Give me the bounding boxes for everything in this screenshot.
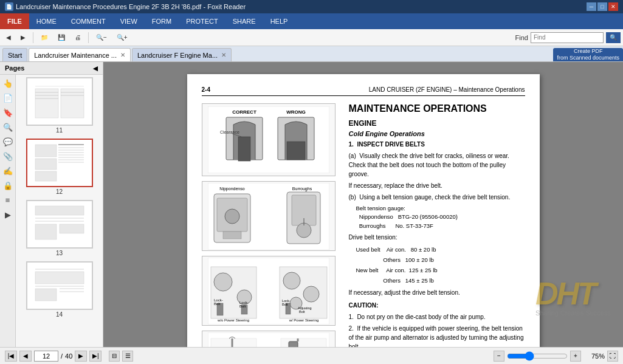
page-num-12: 12 — [18, 188, 100, 195]
svg-rect-83 — [289, 342, 298, 348]
save-button[interactable]: 💾 — [54, 33, 69, 42]
svg-rect-22 — [35, 206, 84, 215]
tab-home[interactable]: HOME — [29, 13, 64, 29]
doc-header-title: LAND CRUISER (2F ENGINE) – Maintenance O… — [369, 86, 525, 93]
svg-text:w/o Power Steering: w/o Power Steering — [216, 318, 249, 322]
find-label: Find — [515, 34, 528, 41]
svg-text:CORRECT: CORRECT — [232, 109, 256, 115]
find-input[interactable] — [531, 32, 604, 43]
tab-comment[interactable]: COMMENT — [64, 13, 113, 29]
tab-main-close[interactable]: ✕ — [120, 52, 125, 58]
tab-view[interactable]: VIEW — [113, 13, 145, 29]
zoom-in-icon[interactable]: + — [570, 351, 581, 362]
svg-text:Bolt: Bolt — [214, 302, 221, 306]
doc-page: 2-4 LAND CRUISER (2F ENGINE) – Maintenan… — [187, 74, 540, 347]
tab-form[interactable]: FORM — [145, 13, 179, 29]
page-thumb-13[interactable]: 13 — [18, 200, 100, 256]
fullscreen-icon[interactable]: ⛶ — [607, 351, 618, 362]
page-thumbnails: 11 — [16, 75, 103, 347]
nav-prev-button[interactable]: ◀ — [19, 351, 32, 362]
minimize-button[interactable]: ─ — [587, 2, 596, 11]
gauge-info: Belt tension gauge: Nippondenso BTG-20 (… — [356, 204, 525, 230]
doc-tab-main[interactable]: Landcruiser Maintenance ... ✕ — [29, 48, 131, 61]
sidebar: Pages ◀ 👆 📄 🔖 🔍 💬 📎 ✍ 🔒 ≡ ▶ — [0, 62, 103, 347]
main-area: Pages ◀ 👆 📄 🔖 🔍 💬 📎 ✍ 🔒 ≡ ▶ — [0, 62, 623, 347]
svg-rect-31 — [35, 289, 57, 301]
page-num-11: 11 — [18, 127, 100, 134]
zoom-out-icon[interactable]: − — [494, 351, 504, 362]
section1-item-b: (b) Using a belt tension gauge, check th… — [349, 193, 525, 202]
back-button[interactable]: ◀ — [2, 33, 15, 42]
open-button[interactable]: 📁 — [37, 33, 52, 42]
tab-share[interactable]: SHARE — [225, 13, 263, 29]
title-bar: 📄 Landcruiser Maintenance Procedures Eng… — [0, 0, 623, 13]
zoom-value: 75% — [583, 352, 605, 360]
print-button[interactable]: 🖨 — [71, 33, 84, 42]
diagram-gauge: Nippondenso Burroughs — [202, 181, 336, 251]
sidebar-collapse-button[interactable]: ◀ — [93, 65, 98, 72]
svg-rect-49 — [223, 232, 241, 239]
dht-watermark: DHT Sharing Creates Success — [535, 278, 611, 317]
window-title: Landcruiser Maintenance Procedures Engin… — [16, 3, 246, 10]
sidebar-tool-lock[interactable]: 🔒 — [2, 179, 14, 191]
zoom-controls: − + 75% ⛶ — [494, 351, 618, 362]
svg-rect-38 — [238, 137, 250, 161]
diagram-adjustment: w/o Power Steering Lock- Bolt Lock- Bolt — [202, 256, 336, 326]
right-text: MAINTENANCE OPERATIONS ENGINE Cold Engin… — [349, 103, 525, 347]
sidebar-tool-comments[interactable]: 💬 — [2, 136, 14, 148]
doc-tab-engine[interactable]: Landcruiser F Engine Ma... ✕ — [132, 48, 232, 61]
tab-help[interactable]: HELP — [263, 13, 295, 29]
forward-button[interactable]: ▶ — [17, 33, 29, 42]
sidebar-tool-bookmarks[interactable]: 🔖 — [2, 106, 14, 118]
create-pdf-button[interactable]: Create PDFfrom Scanned documents — [553, 48, 623, 61]
nav-next-button[interactable]: ▶ — [75, 351, 87, 362]
page-thumb-img-14 — [26, 261, 93, 310]
toolbar-separator-1 — [33, 32, 33, 43]
sidebar-tool-pages[interactable]: 📄 — [2, 92, 14, 104]
page-thumb-11[interactable]: 11 — [18, 77, 100, 134]
svg-rect-42 — [287, 142, 305, 160]
close-button[interactable]: ✕ — [608, 2, 618, 11]
tab-protect[interactable]: PROTECT — [179, 13, 225, 29]
diagram-belt-seating: CORRECT WRONG Clearance — [202, 103, 336, 176]
left-diagrams: CORRECT WRONG Clearance — [202, 103, 342, 347]
svg-text:Nippondenso: Nippondenso — [219, 187, 244, 191]
find-button[interactable]: 🔍 — [606, 32, 621, 43]
sidebar-tool-layers[interactable]: ≡ — [2, 194, 14, 206]
doc-area[interactable]: 2-4 LAND CRUISER (2F ENGINE) – Maintenan… — [103, 62, 623, 347]
ribbon: FILE HOME COMMENT VIEW FORM PROTECT SHAR… — [0, 13, 623, 29]
page-number-input[interactable] — [34, 351, 58, 362]
page-thumb-12[interactable]: 12 — [18, 139, 100, 195]
tab-engine-close[interactable]: ✕ — [221, 52, 226, 58]
title-bar-left: 📄 Landcruiser Maintenance Procedures Eng… — [5, 2, 246, 11]
zoom-in-button[interactable]: 🔍+ — [113, 33, 131, 42]
zoom-slider[interactable] — [507, 351, 568, 361]
tab-main-label: Landcruiser Maintenance ... — [34, 52, 117, 59]
tab-file[interactable]: FILE — [0, 13, 29, 29]
single-page-icon[interactable]: ⊟ — [109, 351, 120, 362]
window-controls[interactable]: ─ □ ✕ — [587, 2, 618, 11]
nav-first-button[interactable]: |◀ — [5, 351, 17, 362]
find-bar: Find 🔍 — [515, 32, 621, 43]
sidebar-tool-search[interactable]: 🔍 — [2, 121, 14, 133]
sidebar-tool-hand[interactable]: 👆 — [2, 77, 14, 89]
continuous-page-icon[interactable]: ☰ — [122, 351, 133, 362]
sidebar-tool-sign[interactable]: ✍ — [2, 165, 14, 177]
svg-rect-11 — [35, 159, 57, 170]
main-title: MAINTENANCE OPERATIONS — [349, 103, 525, 114]
maximize-button[interactable]: □ — [597, 2, 607, 11]
ribbon-tabs: FILE HOME COMMENT VIEW FORM PROTECT SHAR… — [0, 13, 623, 29]
view-buttons: ⊟ ☰ — [109, 351, 133, 362]
sidebar-tool-attach[interactable]: 📎 — [2, 150, 14, 162]
toolbar: ◀ ▶ 📁 💾 🖨 🔍− 🔍+ Find 🔍 — [0, 29, 623, 46]
page-num-14: 14 — [18, 311, 100, 318]
bottom-bar: |◀ ◀ / 40 ▶ ▶| ⊟ ☰ − + 75% ⛶ — [0, 347, 623, 364]
doc-tab-start[interactable]: Start — [2, 48, 27, 61]
nav-last-button[interactable]: ▶| — [89, 351, 102, 362]
zoom-out-button[interactable]: 🔍− — [92, 33, 111, 42]
sidebar-tool-actions[interactable]: ▶ — [2, 208, 14, 221]
svg-text:w/ Power Steering: w/ Power Steering — [288, 318, 318, 322]
svg-point-57 — [214, 273, 232, 291]
page-thumb-img-12 — [26, 139, 93, 187]
page-thumb-14[interactable]: 14 — [18, 261, 100, 318]
